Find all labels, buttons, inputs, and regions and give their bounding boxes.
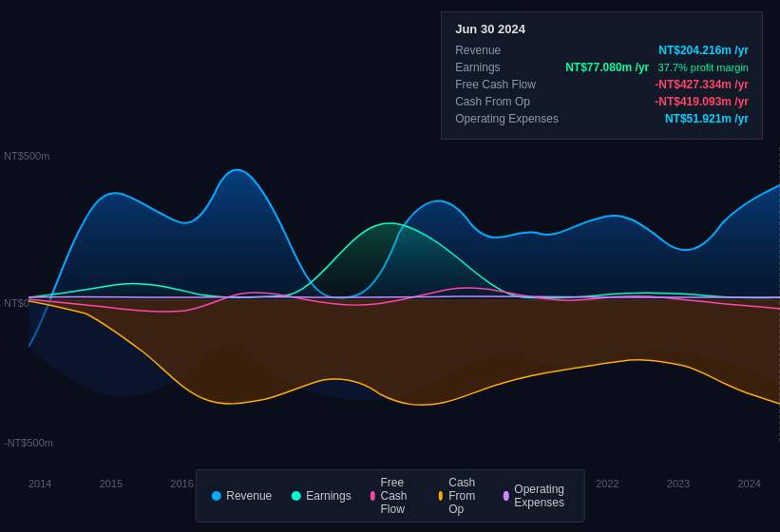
- tooltip-revenue-row: Revenue NT$204.216m /yr: [455, 44, 749, 57]
- legend-revenue[interactable]: Revenue: [211, 476, 272, 516]
- cfo-dot: [438, 491, 443, 501]
- cfo-legend-label: Cash From Op: [448, 476, 485, 516]
- revenue-value: NT$204.216m /yr: [658, 44, 749, 57]
- x-label-2024: 2024: [737, 478, 760, 489]
- x-label-2015: 2015: [100, 478, 123, 489]
- x-label-2022: 2022: [596, 478, 618, 489]
- earnings-legend-label: Earnings: [306, 489, 351, 503]
- fcf-dot: [371, 491, 375, 501]
- revenue-dot: [211, 491, 220, 501]
- earnings-label: Earnings: [455, 61, 550, 74]
- opex-value: NT$51.921m /yr: [665, 112, 749, 125]
- legend-opex[interactable]: Operating Expenses: [504, 476, 569, 516]
- fcf-value: -NT$427.334m /yr: [655, 78, 749, 91]
- tooltip-cfo-row: Cash From Op -NT$419.093m /yr: [455, 95, 749, 108]
- x-label-2014: 2014: [29, 478, 51, 489]
- revenue-legend-label: Revenue: [226, 489, 272, 503]
- opex-dot: [504, 491, 508, 501]
- x-label-2023: 2023: [667, 478, 690, 489]
- revenue-label: Revenue: [455, 44, 550, 57]
- tooltip-date: Jun 30 2024: [455, 22, 749, 36]
- chart-legend: Revenue Earnings Free Cash Flow Cash Fro…: [195, 469, 585, 522]
- fcf-label: Free Cash Flow: [455, 78, 550, 91]
- legend-fcf[interactable]: Free Cash Flow: [371, 476, 420, 516]
- earnings-dot: [291, 491, 300, 501]
- opex-label: Operating Expenses: [455, 112, 559, 125]
- legend-earnings[interactable]: Earnings: [291, 476, 351, 516]
- x-label-2016: 2016: [170, 478, 193, 489]
- legend-cfo[interactable]: Cash From Op: [438, 476, 485, 516]
- tooltip-earnings-row: Earnings NT$77.080m /yr 37.7% profit mar…: [455, 61, 749, 74]
- chart-svg: [29, 147, 780, 442]
- tooltip-fcf-row: Free Cash Flow -NT$427.334m /yr: [455, 78, 749, 91]
- y-label-mid: NT$0: [4, 297, 29, 309]
- earnings-value: NT$77.080m /yr: [565, 61, 649, 74]
- profit-margin: 37.7% profit margin: [658, 62, 749, 73]
- fcf-legend-label: Free Cash Flow: [381, 476, 420, 516]
- cfo-label: Cash From Op: [455, 95, 550, 108]
- cfo-value: -NT$419.093m /yr: [655, 95, 749, 108]
- tooltip-panel: Jun 30 2024 Revenue NT$204.216m /yr Earn…: [441, 11, 763, 140]
- tooltip-opex-row: Operating Expenses NT$51.921m /yr: [455, 112, 749, 125]
- earnings-group: NT$77.080m /yr 37.7% profit margin: [565, 61, 749, 74]
- opex-legend-label: Operating Expenses: [514, 483, 568, 509]
